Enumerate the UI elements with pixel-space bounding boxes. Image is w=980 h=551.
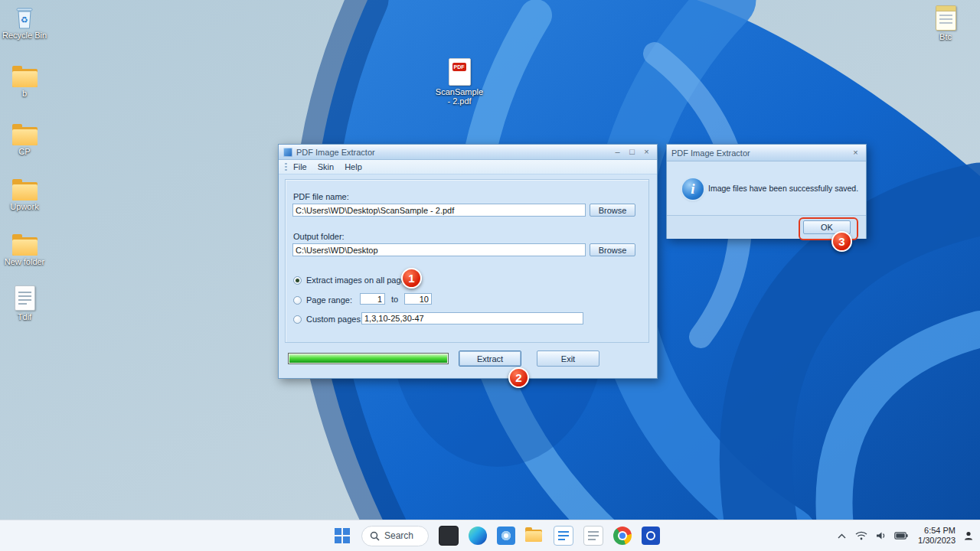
output-folder-input[interactable] [292,243,586,256]
toolbar-gripper-icon [285,163,287,171]
progress-fill [289,354,447,363]
info-icon: i [682,178,704,200]
menu-bar: File Skin Help [279,160,657,174]
start-button[interactable] [333,527,351,545]
pdf-file-input[interactable] [292,204,586,217]
message-box-window: PDF Image Extractor × i Image files have… [666,144,867,239]
desktop-icon-label: ScanSample - 2.pdf [435,87,484,106]
desktop: ♻ Recycle Bin b CP Upwork New folder Tdi… [0,0,980,551]
snip-app-icon[interactable] [497,527,515,545]
svg-text:♻: ♻ [21,15,28,24]
battery-icon[interactable] [894,529,908,543]
volume-icon[interactable] [874,529,888,543]
pdf-app-icon[interactable] [642,527,660,545]
file-explorer-icon[interactable] [525,527,544,545]
recycle-bin-icon: ♻ [15,3,34,29]
message-box-title: PDF Image Extractor [671,148,750,158]
page-range-to-input[interactable] [404,293,432,305]
close-button[interactable]: × [641,146,652,158]
radio-custom-pages-label: Custom pages: [306,315,363,324]
notepad-icon [936,5,956,31]
tray-chevron-up-icon[interactable] [835,529,848,543]
desktop-icon-folder-cp[interactable]: CP [0,119,49,156]
radio-page-range-label: Page range: [306,295,352,305]
app-icon [283,148,292,157]
tray-clock[interactable]: 6:54 PM 1/30/2023 [914,526,956,546]
windows-logo-icon [333,527,351,545]
pdf-image-extractor-window: PDF Image Extractor – □ × File Skin Help… [278,144,658,379]
radio-all-pages[interactable] [293,276,302,285]
menu-help[interactable]: Help [345,162,362,171]
pdf-badge: PDF [452,63,466,71]
desktop-icon-scansample-pdf[interactable]: PDF ScanSample - 2.pdf [435,60,484,106]
desktop-icon-label: New folder [5,257,45,266]
desktop-icon-recycle-bin[interactable]: ♻ Recycle Bin [0,3,49,40]
option-custom-pages[interactable]: Custom pages: [293,314,363,324]
annotation-step-1: 1 [401,268,422,289]
option-page-range[interactable]: Page range: [293,295,352,305]
exit-button[interactable]: Exit [537,350,599,367]
document-app-icon[interactable] [554,526,573,546]
text-file-icon [15,285,35,311]
desktop-icon-tdif[interactable]: Tdif [0,285,49,321]
folder-icon [12,61,38,87]
progress-bar [288,353,449,364]
annotation-step-3: 3 [831,231,852,252]
minimize-button[interactable]: – [612,146,623,158]
chrome-icon[interactable] [613,527,632,545]
menu-file[interactable]: File [293,162,307,171]
menu-skin[interactable]: Skin [318,162,334,171]
pdf-file-label: PDF file name: [293,192,349,201]
desktop-icon-new-folder[interactable]: New folder [0,230,49,266]
desktop-icon-folder-upwork[interactable]: Upwork [0,174,49,211]
taskbar-search[interactable]: Search [361,526,429,546]
page-range-from-input[interactable] [360,293,385,305]
desktop-icon-label: Upwork [10,202,38,211]
desktop-icon-btc[interactable]: Btc [921,5,970,41]
search-label: Search [384,530,413,541]
annotation-step-2: 2 [508,367,529,388]
title-bar[interactable]: PDF Image Extractor – □ × [279,145,657,160]
form-panel: PDF file name: Browse Output folder: Bro… [285,179,649,343]
maximize-button[interactable]: □ [626,146,638,158]
desktop-icon-label: Tdif [18,312,31,321]
custom-pages-input[interactable] [361,312,583,324]
tray-date: 1/30/2023 [914,536,956,546]
edge-icon[interactable] [469,527,487,545]
radio-custom-pages[interactable] [293,315,302,324]
message-box-title-bar[interactable]: PDF Image Extractor × [667,145,866,161]
taskbar: Search [0,520,980,551]
desktop-icon-label: CP [18,147,30,156]
notes-app-icon[interactable] [583,526,603,546]
window-title: PDF Image Extractor [296,148,375,157]
page-range-to-label: to [391,295,398,304]
radio-all-pages-label: Extract images on all pages [306,276,410,285]
option-all-pages[interactable]: Extract images on all pages [293,275,410,285]
folder-icon [12,174,38,201]
output-folder-label: Output folder: [293,232,345,241]
browse-pdf-button[interactable]: Browse [590,204,635,217]
tray-app-icon[interactable] [962,529,975,543]
dark-app-icon[interactable] [439,526,459,546]
radio-page-range[interactable] [293,296,302,305]
desktop-icon-label: b [22,89,27,98]
tray-time: 6:54 PM [914,526,956,536]
folder-icon [12,119,38,145]
extract-button[interactable]: Extract [459,350,521,367]
browse-output-button[interactable]: Browse [590,243,635,256]
desktop-icon-label: Btc [939,32,952,41]
folder-icon [12,230,38,256]
message-text: Image files have been successfully saved… [708,184,863,193]
pdf-icon: PDF [449,60,471,86]
wifi-icon[interactable] [854,529,868,543]
close-icon[interactable]: × [850,147,861,158]
desktop-icon-label: Recycle Bin [2,31,47,40]
desktop-icon-folder-b[interactable]: b [0,61,49,98]
search-icon [370,531,380,541]
